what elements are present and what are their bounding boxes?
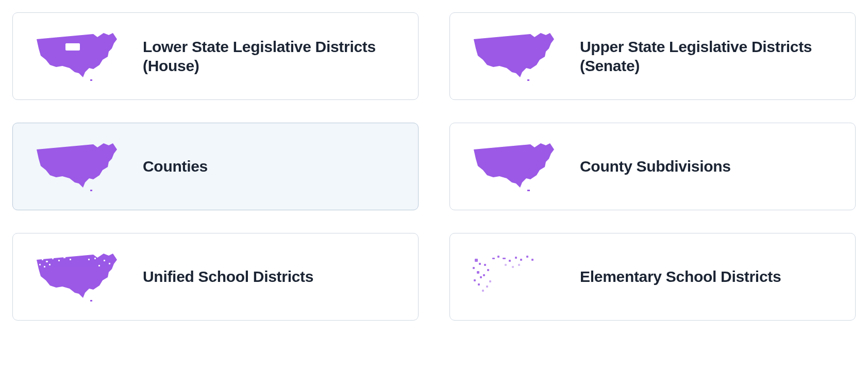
svg-rect-9 [63, 257, 65, 258]
us-map-solid-icon [31, 138, 124, 195]
svg-rect-3 [90, 190, 92, 191]
svg-rect-0 [65, 43, 80, 51]
svg-rect-14 [88, 259, 90, 260]
svg-rect-13 [49, 264, 51, 265]
svg-rect-6 [46, 261, 48, 262]
svg-rect-16 [104, 260, 105, 261]
geography-type-grid: Lower State Legislative Districts (House… [12, 12, 856, 321]
svg-rect-1 [90, 79, 92, 81]
card-label: Lower State Legislative Districts (House… [143, 37, 399, 76]
svg-rect-19 [90, 300, 92, 301]
card-counties[interactable]: Counties [12, 123, 419, 210]
us-map-speckled-icon [31, 248, 124, 305]
svg-rect-15 [94, 258, 96, 259]
card-unified-school-districts[interactable]: Unified School Districts [12, 233, 419, 321]
svg-rect-7 [52, 258, 54, 259]
card-label: Elementary School Districts [580, 267, 781, 287]
svg-rect-8 [58, 260, 60, 261]
card-county-subdivisions[interactable]: County Subdivisions [449, 123, 856, 210]
svg-rect-2 [527, 79, 529, 81]
card-elementary-school-districts[interactable]: Elementary School Districts [449, 233, 856, 321]
svg-rect-17 [109, 263, 110, 264]
card-label: Unified School Districts [143, 267, 313, 287]
svg-rect-18 [98, 265, 100, 266]
us-map-sparse-icon [469, 248, 561, 305]
us-map-solid-icon [469, 28, 561, 85]
svg-rect-10 [70, 259, 71, 260]
svg-rect-4 [527, 190, 530, 191]
card-label: Counties [143, 157, 208, 176]
svg-rect-11 [39, 264, 41, 265]
svg-rect-5 [42, 259, 43, 260]
card-label: County Subdivisions [580, 157, 731, 176]
card-upper-senate[interactable]: Upper State Legislative Districts (Senat… [449, 12, 856, 100]
svg-rect-12 [44, 266, 45, 267]
card-lower-house[interactable]: Lower State Legislative Districts (House… [12, 12, 419, 100]
card-label: Upper State Legislative Districts (Senat… [580, 37, 837, 76]
us-map-hole-icon [31, 28, 124, 85]
us-map-solid-icon [469, 138, 561, 195]
